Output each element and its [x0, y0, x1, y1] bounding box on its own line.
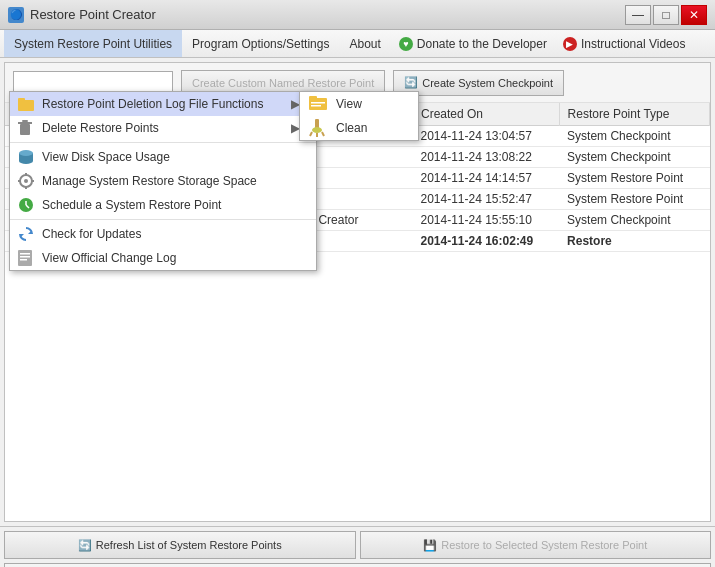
title-bar: 🔵 Restore Point Creator — □ ✕ [0, 0, 715, 30]
cell-created: 2014-11-24 15:52:47 [412, 189, 559, 210]
cell-desc: ator [35, 126, 412, 147]
minimize-button[interactable]: — [625, 5, 651, 25]
maximize-button[interactable]: □ [653, 5, 679, 25]
cell-type: System Checkpoint [559, 126, 709, 147]
cell-created: 2014-11-24 16:02:49 [412, 231, 559, 252]
cell-created: 2014-11-24 15:55:10 [412, 210, 559, 231]
main-content: Create Custom Named Restore Point 🔄 Crea… [4, 62, 711, 522]
cell-num: 7 [5, 189, 35, 210]
refresh-icon: 🔄 [78, 539, 92, 552]
restore-label: Restore to Selected System Restore Point [441, 539, 647, 551]
col-header-num: # [5, 103, 35, 126]
cell-created: 2014-11-24 13:08:22 [412, 147, 559, 168]
cell-num: 6 [5, 168, 35, 189]
cell-desc: Operacja przywracania [35, 231, 412, 252]
restore-table-container: # Description Created On Restore Point T… [5, 103, 710, 481]
search-input[interactable] [13, 71, 173, 95]
menu-item-about[interactable]: About [339, 30, 390, 57]
cell-num: 8 [5, 210, 35, 231]
restore-button[interactable]: 💾 Restore to Selected System Restore Poi… [360, 531, 712, 559]
menu-item-system-restore[interactable]: System Restore Point Utilities [4, 30, 182, 57]
table-row[interactable]: ator 2014-11-24 13:08:22 System Checkpoi… [5, 147, 710, 168]
menu-item-donate[interactable]: ♥ Donate to the Developer [391, 30, 555, 57]
menu-bar: System Restore Point Utilities Program O… [0, 30, 715, 58]
bottom-buttons-row1: 🔄 Refresh List of System Restore Points … [0, 526, 715, 563]
donate-icon: ♥ [399, 37, 413, 51]
app-icon: 🔵 [8, 7, 24, 23]
cell-desc: System Checkpoint made by System Restore… [35, 210, 412, 231]
refresh-label: Refresh List of System Restore Points [96, 539, 282, 551]
close-button[interactable]: ✕ [681, 5, 707, 25]
cell-type: System Restore Point [559, 168, 709, 189]
table-row[interactable]: 9 Operacja przywracania 2014-11-24 16:02… [5, 231, 710, 252]
table-row[interactable]: 6 Przed Yosemite 2014-11-24 14:14:57 Sys… [5, 168, 710, 189]
cell-type: Restore [559, 231, 709, 252]
cell-type: System Checkpoint [559, 147, 709, 168]
window-title: Restore Point Creator [30, 7, 156, 22]
cell-created: 2014-11-24 14:14:57 [412, 168, 559, 189]
col-header-desc: Description [35, 103, 412, 126]
table-row[interactable]: 7 Punkt testowy 2014-11-24 15:52:47 Syst… [5, 189, 710, 210]
menu-item-program-options[interactable]: Program Options/Settings [182, 30, 339, 57]
cell-desc: Punkt testowy [35, 189, 412, 210]
menu-item-videos[interactable]: ▶ Instructional Videos [555, 30, 694, 57]
create-custom-button[interactable]: Create Custom Named Restore Point [181, 70, 385, 96]
col-header-created: Created On [412, 103, 559, 126]
video-icon: ▶ [563, 37, 577, 51]
checkpoint-icon: 🔄 [404, 76, 418, 89]
cell-num: 9 [5, 231, 35, 252]
create-custom-label: Create Custom Named Restore Point [192, 77, 374, 89]
restore-table: # Description Created On Restore Point T… [5, 103, 710, 252]
col-header-type: Restore Point Type [559, 103, 709, 126]
cell-num [5, 126, 35, 147]
toolbar: Create Custom Named Restore Point 🔄 Crea… [5, 63, 710, 103]
table-row[interactable]: 8 System Checkpoint made by System Resto… [5, 210, 710, 231]
delete-button[interactable]: 🗑 Delete Selected Restore Point [4, 563, 711, 567]
cell-type: System Restore Point [559, 189, 709, 210]
create-checkpoint-button[interactable]: 🔄 Create System Checkpoint [393, 70, 564, 96]
cell-desc: ator [35, 147, 412, 168]
cell-created: 2014-11-24 13:04:57 [412, 126, 559, 147]
cell-desc: Przed Yosemite [35, 168, 412, 189]
restore-icon: 💾 [423, 539, 437, 552]
cell-type: System Checkpoint [559, 210, 709, 231]
cell-num [5, 147, 35, 168]
refresh-button[interactable]: 🔄 Refresh List of System Restore Points [4, 531, 356, 559]
create-checkpoint-label: Create System Checkpoint [422, 77, 553, 89]
table-row[interactable]: ator 2014-11-24 13:04:57 System Checkpoi… [5, 126, 710, 147]
bottom-buttons-row2: 🗑 Delete Selected Restore Point [0, 563, 715, 567]
